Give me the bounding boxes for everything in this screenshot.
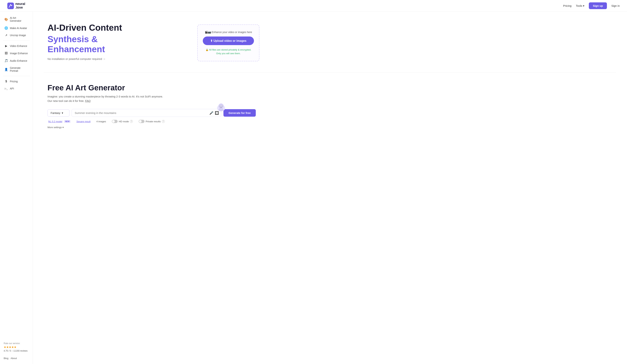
- more-settings[interactable]: More settings ▾: [48, 126, 256, 129]
- hero-text: AI-Driven Content Synthesis & Enhancemen…: [48, 23, 190, 60]
- art-heading: Free AI Art Generator: [48, 84, 256, 92]
- image-search-icon[interactable]: 🔲: [215, 111, 219, 115]
- sidebar-item-label: Video Enhance: [10, 45, 27, 47]
- sidebar-item-api[interactable]: ▷_ API: [1, 85, 32, 92]
- sidebar-item-label: Make AI Avatar: [10, 27, 27, 30]
- art-icon: 🎨: [4, 18, 8, 21]
- hero-heading-accent2: Enhancement: [48, 44, 190, 54]
- sidebar-item-label: Uncrop Image: [10, 34, 26, 37]
- chevron-down-icon: ▾: [62, 111, 63, 115]
- svg-rect-0: [7, 2, 14, 9]
- logo-name1: neural: [15, 2, 25, 6]
- art-generator-section: Free AI Art Generator Imagine: you creat…: [33, 72, 270, 136]
- svg-point-7: [222, 106, 222, 106]
- generate-button[interactable]: Generate for free: [223, 109, 256, 117]
- avatar-icon: 🌐: [4, 26, 8, 30]
- svg-point-5: [222, 105, 223, 106]
- sidebar-item-label: Generate Portrait: [10, 66, 28, 72]
- model-option: NL 0.2 model NEW: [48, 120, 70, 123]
- sidebar-bottom-links: Blog About: [0, 355, 33, 361]
- signin-button[interactable]: Sign in: [611, 4, 620, 7]
- private-info-icon[interactable]: ?: [162, 120, 165, 123]
- hero-section: AI-Driven Content Synthesis & Enhancemen…: [33, 12, 270, 72]
- sidebar-divider-2: [3, 76, 30, 76]
- hd-info-icon[interactable]: ?: [130, 120, 133, 123]
- images-option: 4 images: [97, 120, 106, 123]
- art-desc: Imagine: you create a stunning masterpie…: [48, 94, 256, 103]
- sidebar-footer: Rate our service: ★★★★★ 4.75 / 5 – 11193…: [0, 339, 33, 355]
- chevron-down-icon: ▾: [583, 4, 584, 7]
- images-label: 4 images: [97, 120, 106, 123]
- upload-button[interactable]: ⬆ Upload video or images: [203, 37, 254, 45]
- logo[interactable]: neural .love: [7, 2, 25, 9]
- prompt-input[interactable]: [74, 109, 208, 117]
- sidebar-item-image-enhance[interactable]: 🖼 Image Enhance: [1, 50, 32, 57]
- new-badge: NEW: [64, 120, 70, 123]
- video-icon: ▶: [4, 44, 8, 48]
- sidebar-item-label: Image Enhance: [10, 52, 28, 55]
- svg-point-4: [219, 105, 220, 106]
- hero-heading-line1: AI-Driven Content: [48, 23, 190, 33]
- result-option: Square result: [76, 120, 90, 123]
- model-link[interactable]: NL 0.2 model: [48, 120, 62, 123]
- private-option: Private results ?: [139, 120, 165, 123]
- blog-link[interactable]: Blog: [4, 357, 8, 360]
- microphone-icon[interactable]: 🎤: [209, 111, 213, 115]
- api-icon: ▷_: [4, 87, 8, 90]
- sidebar-item-generate-portrait[interactable]: 👤 Generate Portrait: [1, 65, 32, 74]
- main-content: AI-Driven Content Synthesis & Enhancemen…: [33, 12, 627, 364]
- uncrop-icon: ↗: [4, 34, 8, 37]
- options-row: NL 0.2 model NEW Square result 4 images …: [48, 120, 256, 123]
- logo-name2: .love: [15, 6, 25, 9]
- audio-icon: 🎵: [4, 59, 8, 62]
- svg-point-1: [9, 7, 10, 8]
- private-toggle[interactable]: [139, 120, 145, 123]
- pricing-icon: $: [4, 80, 8, 83]
- sidebar-item-label: Pricing: [10, 80, 18, 83]
- sidebar-item-pricing[interactable]: $ Pricing: [1, 78, 32, 85]
- style-selected: Fantasy: [51, 111, 60, 114]
- topnav-right: Pricing Tools ▾ Sign up Sign in: [563, 2, 620, 9]
- sidebar-item-uncrop-image[interactable]: ↗ Uncrop Image: [1, 32, 32, 39]
- hd-label: HD mode: [119, 120, 129, 123]
- sidebar-item-audio-enhance[interactable]: 🎵 Audio Enhance: [1, 57, 32, 64]
- hd-mode-option: HD mode ?: [112, 120, 133, 123]
- private-label: Private results: [146, 120, 160, 123]
- hero-subtext: No installation or powerful computer req…: [48, 57, 190, 60]
- svg-point-6: [220, 106, 220, 106]
- result-link[interactable]: Square result: [76, 120, 90, 123]
- style-dropdown[interactable]: Fantasy ▾: [48, 109, 69, 117]
- sidebar-divider: [3, 40, 30, 41]
- portrait-icon: 👤: [4, 68, 8, 71]
- topnav: neural .love Pricing Tools ▾ Sign up Sig…: [0, 0, 627, 12]
- signup-button[interactable]: Sign up: [589, 2, 607, 9]
- sidebar-item-label: API: [10, 87, 14, 90]
- prompt-input-wrapper: 🎤 🔲: [72, 109, 221, 117]
- image-icon: 🖼: [4, 52, 8, 55]
- upload-hint: 🎬📷 Enhance your video or images here: [205, 31, 252, 34]
- sidebar: 🎨 AI Art Generator 🌐 Make AI Avatar ↗ Un…: [0, 12, 33, 364]
- about-link[interactable]: About: [11, 357, 17, 360]
- nav-pricing[interactable]: Pricing: [563, 4, 572, 7]
- generator-row: Fantasy ▾ 🎤 🔲 Generate for free: [48, 109, 256, 117]
- stars: ★★★★★: [4, 345, 29, 349]
- sidebar-item-label: Audio Enhance: [10, 59, 27, 62]
- faq-link[interactable]: FAQ: [85, 99, 91, 102]
- rate-label: Rate our service:: [4, 342, 29, 345]
- layout: 🎨 AI Art Generator 🌐 Make AI Avatar ↗ Un…: [0, 12, 627, 364]
- upload-card: 🎬📷 Enhance your video or images here ⬆ U…: [197, 24, 260, 61]
- hd-toggle[interactable]: [112, 120, 118, 123]
- hero-heading-accent: Synthesis &: [48, 34, 190, 44]
- sidebar-item-video-enhance[interactable]: ▶ Video Enhance: [1, 42, 32, 49]
- upload-privacy: 🔒 All files are stored privately & encry…: [206, 48, 251, 55]
- sidebar-item-label: AI Art Generator: [10, 16, 28, 22]
- svg-point-3: [218, 103, 224, 109]
- sidebar-item-make-ai-avatar[interactable]: 🌐 Make AI Avatar: [1, 24, 32, 32]
- sidebar-item-ai-art-generator[interactable]: 🎨 AI Art Generator: [1, 15, 32, 24]
- nav-tools[interactable]: Tools ▾: [576, 4, 584, 7]
- rate-count: 4.75 / 5 – 11193 reviews: [4, 350, 29, 352]
